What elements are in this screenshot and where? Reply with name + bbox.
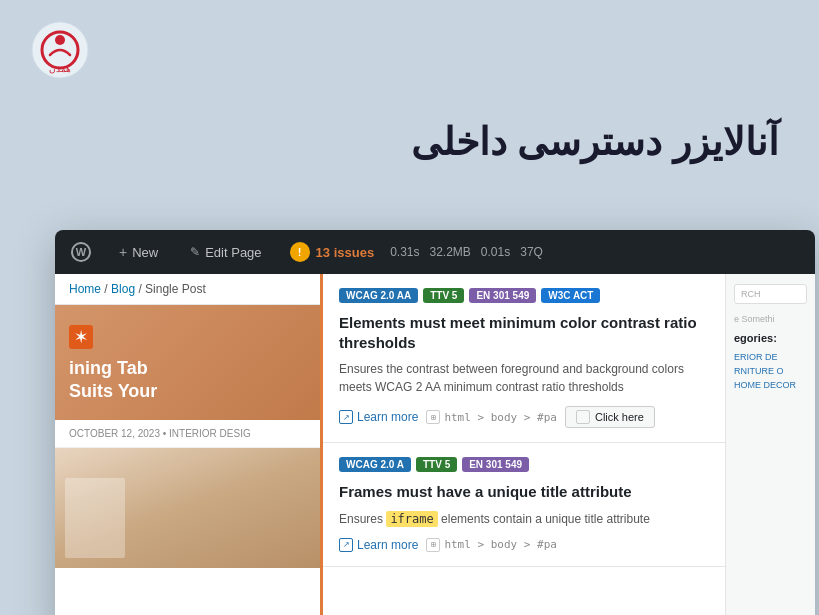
- issue-1-learn-more[interactable]: ↗ Learn more: [339, 410, 418, 424]
- learn-more-icon-1: ↗: [339, 410, 353, 424]
- tag-w3c-act: W3C ACT: [541, 288, 600, 303]
- stat-speed: 0.31s: [390, 245, 419, 259]
- issues-count: 13 issues: [316, 245, 375, 260]
- categories-label: egories:: [734, 332, 807, 344]
- site-preview: Home / Blog / Single Post ✶ ining Tab Su…: [55, 274, 320, 615]
- issue-2-title: Frames must have a unique title attribut…: [339, 482, 709, 502]
- tag-wcag-a: WCAG 2.0 A: [339, 457, 411, 472]
- stat-time: 0.01s: [481, 245, 510, 259]
- post-featured-area: ✶ ining Tab Suits Your: [55, 305, 320, 420]
- tag-ttv-5-2: TTV 5: [416, 457, 457, 472]
- logo-icon: همدن: [30, 20, 90, 80]
- edit-label: Edit Page: [205, 245, 261, 260]
- tag-en-301-2: EN 301 549: [462, 457, 529, 472]
- browser-content: Home / Blog / Single Post ✶ ining Tab Su…: [55, 274, 815, 615]
- issue-1-actions: ↗ Learn more ⊞ html > body > #pa Click h…: [339, 406, 709, 428]
- breadcrumb: Home / Blog / Single Post: [55, 274, 320, 305]
- stat-queries: 37Q: [520, 245, 543, 259]
- issue-2-actions: ↗ Learn more ⊞ html > body > #pa: [339, 538, 709, 552]
- issues-badge[interactable]: ! 13 issues: [290, 242, 375, 262]
- svg-point-2: [55, 35, 65, 45]
- tag-en-301: EN 301 549: [469, 288, 536, 303]
- post-title-preview: ining Tab Suits Your: [69, 357, 306, 404]
- wp-admin-bar: W + New ✎ Edit Page ! 13 issues 0.31s 32…: [55, 230, 815, 274]
- tag-ttv-5: TTV 5: [423, 288, 464, 303]
- stat-memory: 32.2MB: [429, 245, 470, 259]
- issue-1-code-path: ⊞ html > body > #pa: [426, 410, 557, 424]
- tag-wcag-aa: WCAG 2.0 AA: [339, 288, 418, 303]
- issue-1-tags: WCAG 2.0 AA TTV 5 EN 301 549 W3C ACT: [339, 288, 709, 303]
- right-sidebar: RCH e Somethi egories: ERIOR DE RNITURE …: [725, 274, 815, 615]
- category-item-2[interactable]: RNITURE O: [734, 364, 807, 378]
- issue-1-desc: Ensures the contrast between foreground …: [339, 360, 709, 396]
- code-icon-2: ⊞: [426, 538, 440, 552]
- post-category: INTERIOR DESIG: [169, 428, 251, 439]
- wp-logo-icon: W: [71, 242, 91, 262]
- breadcrumb-home[interactable]: Home: [69, 282, 101, 296]
- sidebar-search-box[interactable]: RCH: [734, 284, 807, 304]
- issue-2-code-path: ⊞ html > body > #pa: [426, 538, 557, 552]
- edit-page-button[interactable]: ✎ Edit Page: [182, 241, 269, 264]
- search-something: e Somethi: [734, 314, 807, 324]
- issue-2-tags: WCAG 2.0 A TTV 5 EN 301 549: [339, 457, 709, 472]
- breadcrumb-blog[interactable]: Blog: [111, 282, 135, 296]
- category-item-1[interactable]: ERIOR DE: [734, 350, 807, 364]
- issue-1-click-here[interactable]: Click here: [565, 406, 655, 428]
- issue-card-2: WCAG 2.0 A TTV 5 EN 301 549 Frames must …: [323, 443, 725, 567]
- search-placeholder: RCH: [741, 289, 800, 299]
- breadcrumb-current: Single Post: [145, 282, 206, 296]
- issues-panel: WCAG 2.0 AA TTV 5 EN 301 549 W3C ACT Ele…: [320, 274, 725, 615]
- new-button[interactable]: + New: [111, 240, 166, 264]
- issue-2-learn-more[interactable]: ↗ Learn more: [339, 538, 418, 552]
- issue-2-desc: Ensures iframe elements contain a unique…: [339, 510, 709, 528]
- issue-1-title: Elements must meet minimum color contras…: [339, 313, 709, 352]
- svg-text:همدن: همدن: [49, 64, 71, 74]
- post-image-detail: [65, 478, 125, 558]
- page-title: آنالایزر دسترسی داخلی: [411, 120, 779, 164]
- logo-area: همدن: [30, 20, 90, 84]
- post-tag-icon: ✶: [69, 325, 93, 349]
- code-icon-1: ⊞: [426, 410, 440, 424]
- post-image: [55, 448, 320, 568]
- issue-card-1: WCAG 2.0 AA TTV 5 EN 301 549 W3C ACT Ele…: [320, 274, 725, 443]
- learn-more-icon-2: ↗: [339, 538, 353, 552]
- post-preview: ✶ ining Tab Suits Your OCTOBER 12, 2023 …: [55, 305, 320, 568]
- category-item-3[interactable]: HOME DECOR: [734, 378, 807, 392]
- iframe-highlight: iframe: [386, 511, 437, 527]
- plus-icon: +: [119, 244, 127, 260]
- post-meta: OCTOBER 12, 2023 • INTERIOR DESIG: [55, 420, 320, 448]
- click-icon: [576, 410, 590, 424]
- wp-logo: W: [67, 238, 95, 266]
- bar-stats: 0.31s 32.2MB 0.01s 37Q: [390, 245, 543, 259]
- post-date: OCTOBER 12, 2023: [69, 428, 160, 439]
- browser-mockup: W + New ✎ Edit Page ! 13 issues 0.31s 32…: [55, 230, 815, 615]
- issues-icon: !: [290, 242, 310, 262]
- pencil-icon: ✎: [190, 245, 200, 259]
- new-label: New: [132, 245, 158, 260]
